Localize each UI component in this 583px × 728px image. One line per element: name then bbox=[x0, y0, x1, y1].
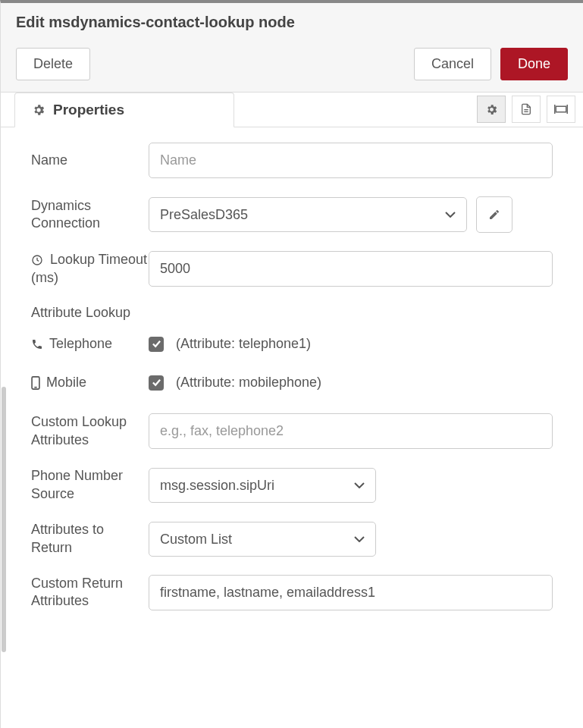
clock-icon bbox=[31, 253, 47, 268]
label-custom-return: Custom Return Attributes bbox=[31, 575, 149, 610]
tab-icon-buttons bbox=[477, 92, 575, 127]
header-button-row: Delete Cancel Done bbox=[16, 48, 568, 80]
delete-button[interactable]: Delete bbox=[16, 48, 90, 80]
phone-icon bbox=[31, 338, 43, 350]
mobile-checkbox[interactable] bbox=[149, 375, 164, 391]
right-button-group: Cancel Done bbox=[414, 48, 568, 80]
name-input[interactable] bbox=[149, 143, 553, 178]
mobile-icon bbox=[31, 376, 40, 390]
row-mobile: Mobile (Attribute: mobilephone) bbox=[31, 375, 553, 391]
label-mobile-text: Mobile bbox=[46, 375, 86, 391]
label-name: Name bbox=[31, 152, 149, 169]
label-mobile: Mobile bbox=[31, 375, 149, 391]
node-settings-button[interactable] bbox=[477, 96, 506, 123]
document-icon bbox=[520, 102, 532, 116]
mobile-attr-text: (Attribute: mobilephone) bbox=[176, 375, 321, 391]
label-telephone: Telephone bbox=[31, 336, 149, 352]
phone-source-select[interactable]: msg.session.sipUri bbox=[149, 468, 376, 503]
label-attrs-return: Attributes to Return bbox=[31, 521, 149, 557]
svg-rect-2 bbox=[556, 106, 566, 112]
telephone-attr-text: (Attribute: telephone1) bbox=[176, 336, 311, 352]
tab-properties[interactable]: Properties bbox=[14, 93, 234, 127]
form-body: Name Dynamics Connection PreSalesD365 bbox=[1, 127, 583, 728]
edit-connection-button[interactable] bbox=[476, 196, 512, 233]
panel-title: Edit msdynamics-contact-lookup node bbox=[16, 14, 568, 31]
scrollbar[interactable] bbox=[2, 387, 6, 652]
row-custom-return: Custom Return Attributes bbox=[31, 575, 553, 610]
row-timeout: Lookup Timeout (ms) bbox=[31, 251, 553, 287]
section-attribute-lookup: Attribute Lookup bbox=[31, 305, 553, 321]
label-custom-lookup: Custom Lookup Attributes bbox=[31, 413, 149, 449]
tab-properties-label: Properties bbox=[53, 102, 124, 118]
cancel-button[interactable]: Cancel bbox=[414, 48, 491, 80]
panel-header: Edit msdynamics-contact-lookup node Dele… bbox=[1, 3, 583, 93]
label-telephone-text: Telephone bbox=[49, 336, 112, 352]
node-description-button[interactable] bbox=[512, 96, 541, 123]
label-connection: Dynamics Connection bbox=[31, 197, 149, 233]
done-button[interactable]: Done bbox=[500, 48, 568, 80]
row-phone-source: Phone Number Source msg.session.sipUri bbox=[31, 467, 553, 503]
gear-icon bbox=[32, 103, 45, 117]
custom-return-input[interactable] bbox=[149, 575, 553, 610]
row-connection: Dynamics Connection PreSalesD365 bbox=[31, 196, 553, 233]
pencil-icon bbox=[488, 209, 500, 221]
label-timeout: Lookup Timeout (ms) bbox=[31, 251, 149, 287]
row-name: Name bbox=[31, 143, 553, 178]
custom-lookup-input[interactable] bbox=[149, 413, 553, 449]
attrs-return-select[interactable]: Custom List bbox=[149, 522, 376, 557]
timeout-input[interactable] bbox=[149, 251, 553, 287]
edit-node-panel: Edit msdynamics-contact-lookup node Dele… bbox=[0, 0, 583, 728]
gear-icon bbox=[485, 103, 498, 116]
label-phone-source: Phone Number Source bbox=[31, 467, 149, 503]
telephone-checkbox[interactable] bbox=[149, 337, 164, 352]
label-timeout-text: Lookup Timeout (ms) bbox=[31, 252, 147, 285]
connection-select[interactable]: PreSalesD365 bbox=[149, 197, 467, 232]
row-custom-lookup: Custom Lookup Attributes bbox=[31, 413, 553, 449]
node-appearance-button[interactable] bbox=[547, 96, 575, 123]
appearance-icon bbox=[554, 103, 568, 115]
tabs-row: Properties bbox=[1, 92, 583, 127]
row-telephone: Telephone (Attribute: telephone1) bbox=[31, 336, 553, 352]
row-attrs-return: Attributes to Return Custom List bbox=[31, 521, 553, 557]
